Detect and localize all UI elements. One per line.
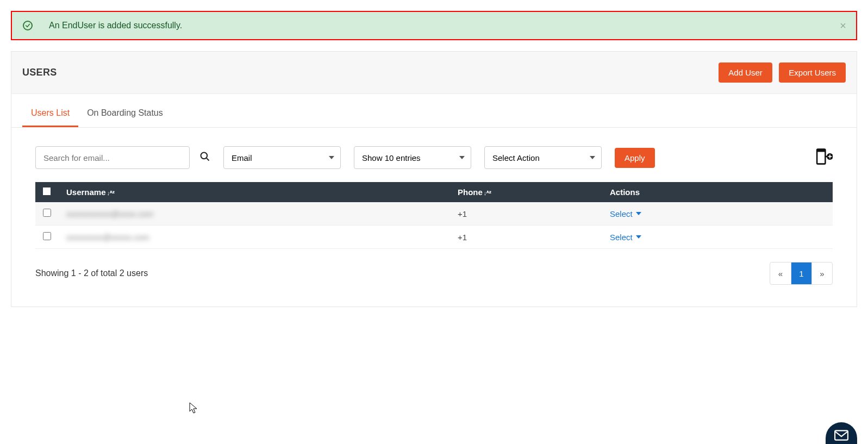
phone-cell: +1 <box>450 202 602 226</box>
mouse-cursor <box>189 402 198 414</box>
column-username[interactable]: Username↓ᴬᶻ <box>59 182 450 202</box>
users-table: Username↓ᴬᶻ Phone↓ᴬᶻ Actions xxxxxxxxxxx… <box>11 182 857 249</box>
help-fab[interactable] <box>826 422 857 444</box>
alert-message: An EndUser is added successfully. <box>49 21 182 30</box>
page-next[interactable]: » <box>811 262 832 284</box>
export-users-button[interactable]: Export Users <box>779 62 846 83</box>
page-1[interactable]: 1 <box>791 262 811 284</box>
caret-down-icon <box>636 235 641 239</box>
select-all-checkbox[interactable] <box>43 187 51 195</box>
table-footer: Showing 1 - 2 of total 2 users « 1 » <box>11 249 857 307</box>
username-cell: xxxxxxxxxxx@xxxx.com <box>66 209 153 218</box>
alert-close-icon[interactable]: × <box>840 20 846 32</box>
mail-icon <box>834 430 848 441</box>
page-title: USERS <box>22 67 57 78</box>
svg-line-1 <box>207 158 209 161</box>
svg-point-0 <box>201 153 208 159</box>
users-panel: USERS Add User Export Users Users List O… <box>11 51 857 307</box>
svg-rect-8 <box>835 430 848 440</box>
tab-onboarding-status[interactable]: On Boarding Status <box>78 98 172 127</box>
add-user-button[interactable]: Add User <box>719 62 772 83</box>
username-cell: xxxxxxxxx@xxxxx.com <box>66 233 149 242</box>
bulk-action-select[interactable]: Select Action <box>484 146 602 169</box>
column-phone[interactable]: Phone↓ᴬᶻ <box>450 182 602 202</box>
table-row: xxxxxxxxxxx@xxxx.com +1 Select <box>35 202 833 226</box>
summary-text: Showing 1 - 2 of total 2 users <box>35 268 148 278</box>
row-action-select[interactable]: Select <box>610 209 641 218</box>
panel-header: USERS Add User Export Users <box>11 52 857 94</box>
table-row: xxxxxxxxx@xxxxx.com +1 Select <box>35 226 833 249</box>
filter-row: Email Show 10 entries Select Action Appl… <box>11 128 857 182</box>
row-checkbox[interactable] <box>43 209 51 217</box>
sort-icon: ↓ᴬᶻ <box>484 190 492 196</box>
entries-select[interactable]: Show 10 entries <box>354 146 471 169</box>
add-column-icon[interactable] <box>814 147 833 168</box>
svg-rect-3 <box>817 149 825 152</box>
row-action-select[interactable]: Select <box>610 233 641 242</box>
phone-cell: +1 <box>450 226 602 249</box>
page-prev[interactable]: « <box>770 262 791 284</box>
caret-down-icon <box>636 212 641 215</box>
table-header-row: Username↓ᴬᶻ Phone↓ᴬᶻ Actions <box>35 182 833 202</box>
success-alert: An EndUser is added successfully. × <box>11 11 857 40</box>
column-actions: Actions <box>602 182 833 202</box>
check-circle-icon <box>23 21 33 30</box>
filter-by-select[interactable]: Email <box>223 146 341 169</box>
apply-button[interactable]: Apply <box>615 148 655 168</box>
search-input[interactable] <box>35 146 190 169</box>
pagination: « 1 » <box>770 262 833 285</box>
tabs: Users List On Boarding Status <box>11 98 857 128</box>
sort-icon: ↓ᴬᶻ <box>107 190 115 196</box>
row-checkbox[interactable] <box>43 232 51 240</box>
search-icon[interactable] <box>199 151 210 164</box>
tab-users-list[interactable]: Users List <box>22 98 78 127</box>
header-actions: Add User Export Users <box>719 62 846 83</box>
